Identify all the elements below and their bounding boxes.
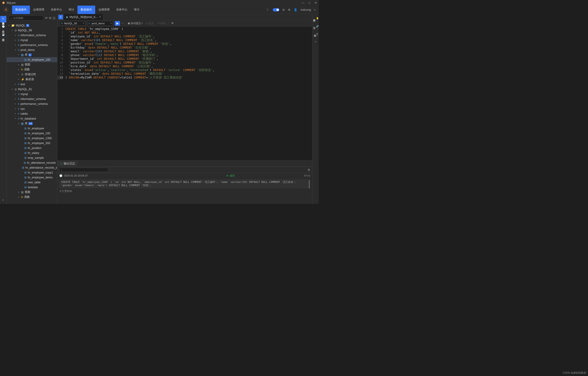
tree-row[interactable]: ⊞emp_sample <box>7 155 57 160</box>
right-rail-item[interactable]: 🔗索引 <box>313 23 319 29</box>
tree-row[interactable]: ▸⚙存储过程 <box>7 72 57 77</box>
rail-item[interactable]: 🕐历史查询 <box>0 24 6 31</box>
brand-icon <box>3 7 9 13</box>
tree-row[interactable]: ▾≡prod_demo <box>7 47 57 52</box>
close-tab-icon[interactable]: ✕ <box>99 15 101 18</box>
chevron-down-icon[interactable]: ▾ <box>122 22 123 24</box>
tree-row[interactable]: ⊞new_table <box>7 180 57 185</box>
tree-row[interactable]: ⊞hr_employee_100 <box>7 131 57 136</box>
tree-row[interactable]: ⊞hr_attendance_records <box>7 160 57 165</box>
db-icon: ≡ <box>18 107 19 111</box>
tree-row[interactable]: ▸≡test <box>7 82 57 87</box>
tree-row[interactable]: ▾📁MySQL3 <box>7 23 57 28</box>
menu-item[interactable]: 运维管理 <box>95 6 113 14</box>
rail-icon: 🕐 <box>2 25 5 28</box>
menu-item-0[interactable]: 数据操作 <box>12 6 30 14</box>
tree-row[interactable]: ▾≡hr_database <box>7 116 57 121</box>
username[interactable]: maicong <box>301 8 311 11</box>
table-icon: ⊞ <box>24 161 26 165</box>
app-logo-icon <box>2 1 5 4</box>
menu-item[interactable]: 审计 <box>131 6 143 14</box>
tree-row[interactable]: ⊞hr_employee <box>7 126 57 131</box>
commit-button[interactable]: ⎘提交 <box>145 22 155 25</box>
tree-row[interactable]: ▸≡performance_schema <box>7 43 57 47</box>
tree-row[interactable]: ▸≡information_schema <box>7 97 57 101</box>
minimize-icon[interactable]: — <box>302 1 304 4</box>
editor-tab[interactable]: ◉ MySQL_56@prod_d... ✕ <box>64 14 103 20</box>
trash-icon[interactable]: 🗑 <box>307 168 310 171</box>
tree-row[interactable]: ▾◎MySQL_56 <box>7 28 57 33</box>
tree-row[interactable]: ▸≡mysql <box>7 38 57 43</box>
filter-icon[interactable]: ◫ <box>53 16 55 20</box>
connection-select[interactable]: ◎ MySQL_56 <box>60 21 85 26</box>
collapse-icon[interactable]: ⊟ <box>49 16 51 20</box>
output-log-tab[interactable]: ✓ 输出日志 <box>57 161 78 167</box>
check-icon: ✓ <box>60 162 63 165</box>
rollback-button[interactable]: ↺回滚 <box>157 22 166 25</box>
settings-icon[interactable]: ⚙ <box>288 8 291 11</box>
close-icon[interactable]: ✕ <box>315 1 317 4</box>
menu-item[interactable]: 任务中心 <box>113 6 131 14</box>
table-icon: ⊞ <box>24 171 27 174</box>
clock-icon: 🕐 <box>59 174 63 177</box>
table-icon: ⊞ <box>24 186 27 189</box>
tree-row[interactable]: ▸⚡触发器 <box>7 77 57 82</box>
maximize-icon[interactable]: □ <box>309 1 310 4</box>
layout-icon[interactable]: ⧉ <box>283 8 285 11</box>
autocommit-select[interactable]: ▣ 自动提交 ▾ <box>127 22 144 25</box>
search-input[interactable]: ⌕ 点击搜索 <box>8 15 44 21</box>
db-icon: ≡ <box>18 102 19 106</box>
tree-row[interactable]: ⊞hr_position <box>7 145 57 150</box>
user-icon: 👤 <box>294 8 297 11</box>
menu-item-3[interactable]: 审计 <box>65 6 77 14</box>
run-button[interactable]: ▶ <box>115 21 120 26</box>
tree-row[interactable]: ▾▦表1 <box>7 52 57 57</box>
tree-row[interactable]: ▾◎MySQL_81 <box>7 87 57 91</box>
tree-row[interactable]: ⊞hr_salary <box>7 150 57 155</box>
table-icon: ⊞ <box>24 127 27 130</box>
collapse-icon[interactable]: » <box>315 40 316 43</box>
tree-row[interactable]: ⊞hr_employee_demo <box>7 175 57 180</box>
sidebar: ⌕ 点击搜索 ⟳ ⊟ ◫ ▾📁MySQL3▾◎MySQL_56▸≡informa… <box>7 14 57 204</box>
tree-row[interactable]: ▸▦视图 <box>7 62 57 67</box>
tree-row[interactable]: ▸≡sys <box>7 106 57 111</box>
tree-row[interactable]: ▾▦表13 <box>7 121 57 126</box>
database-select[interactable]: ≡ prod_demo <box>87 21 113 26</box>
right-rail-item[interactable]: 💡表字段提示 <box>313 16 319 21</box>
db-icon: ≡ <box>18 83 19 86</box>
right-rail-item[interactable]: {}代码块 <box>313 31 318 37</box>
tree-row[interactable]: ⊞hr_employee_copy1 <box>7 170 57 175</box>
tree-row[interactable]: ▸≡mysql <box>7 91 57 97</box>
tree-row[interactable]: ▸≡information_schema <box>7 33 57 38</box>
tree-row[interactable]: ▸≡performance_schema <box>7 101 57 106</box>
tree-row[interactable]: ▸fx函数 <box>7 67 57 72</box>
tree-row[interactable]: ⊞hr_employee_1300 <box>7 136 57 141</box>
theme-toggle[interactable] <box>273 8 279 11</box>
tree-row[interactable]: ▸▦视图 <box>7 190 57 195</box>
tree-row[interactable]: ⊞hr_employee_300 <box>7 141 57 145</box>
rail-item[interactable]: ≡数据源 <box>0 16 6 22</box>
tree-row[interactable]: ⊞hr_attendance_records_s <box>7 165 57 170</box>
check-icon: ● <box>227 174 228 177</box>
menu-item-1[interactable]: 运维管理 <box>30 6 48 14</box>
rail-item[interactable]: 💾保存的查询 <box>0 32 6 39</box>
refresh-icon[interactable]: ⟳ <box>45 16 48 20</box>
tree-row[interactable]: ▸≡sakila <box>7 111 57 116</box>
db-icon: ≡ <box>18 44 19 47</box>
collapse-rail-icon[interactable]: « <box>2 198 4 201</box>
app-title: SQLynx <box>7 1 302 4</box>
add-tab-button[interactable]: + <box>58 15 63 19</box>
table-icon: ⊞ <box>24 156 27 159</box>
moon-icon[interactable]: ☾ <box>267 8 270 11</box>
chevron-down-icon[interactable]: ▾ <box>314 9 315 11</box>
params-icon[interactable]: ⚙ <box>170 22 175 25</box>
code-editor[interactable]: 1234567891011121314 CREATE TABLE `hr_emp… <box>57 27 312 160</box>
log-search-input[interactable] <box>59 168 108 172</box>
tree-row[interactable]: ▸fx函数 <box>7 195 57 199</box>
tree-row[interactable]: ⊞hr_employee_100 <box>7 57 57 62</box>
menu-item[interactable]: 数据操作 <box>77 6 95 14</box>
menu-item-2[interactable]: 任务中心 <box>48 6 65 14</box>
trig-folder-icon: ⚡ <box>21 78 24 81</box>
log-sql-preview: CREATE TABLE `hr_employee_1300` ( `id` i… <box>59 179 310 188</box>
tree-row[interactable]: ⊞testdata <box>7 185 57 190</box>
